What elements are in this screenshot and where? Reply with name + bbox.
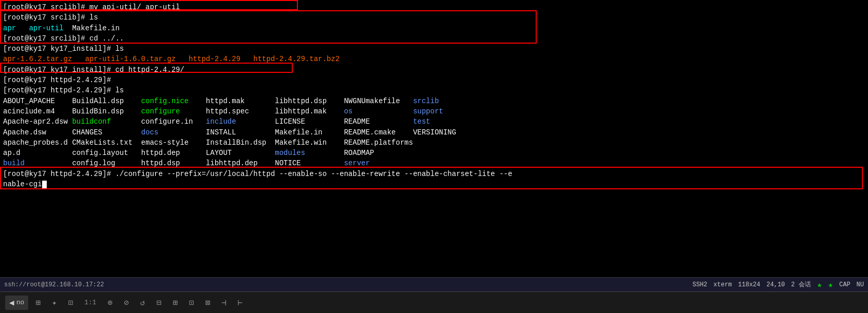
taskbar-item-9[interactable]: ⊞ — [168, 296, 182, 310]
term-label: xterm — [713, 281, 732, 288]
terminal-line: [root@ky17 srclib]# mv api-util/ apr-uti… — [3, 2, 865, 12]
taskbar-item-12[interactable]: ⊣ — [217, 296, 231, 310]
sessions: 2 会话 — [791, 280, 810, 289]
terminal-line: [root@ky17 srclib]# cd ../.. — [3, 33, 865, 44]
cap-label: CAP — [839, 281, 851, 288]
taskbar-item-10[interactable]: ⊡ — [185, 296, 198, 310]
terminal-line: ap.dconfig.layouthttpd.depLAYOUTmodulesR… — [3, 148, 865, 158]
indicator-green-2: ★ — [828, 280, 833, 290]
taskbar-icon-12: ⊣ — [221, 298, 227, 308]
zoom: 24,10 — [766, 281, 785, 288]
status-right: SSH2 xterm 118x24 24,10 2 会话 ★ ★ CAP NU — [692, 280, 864, 290]
taskbar-label-4: 1:1 — [84, 299, 96, 306]
terminal-line: [root@ky17 ky17_install]# ls — [3, 44, 865, 54]
dimensions: 118x24 — [738, 281, 760, 288]
nu-label: NU — [857, 281, 864, 288]
terminal-line: [root@ky17 httpd-2.4.29]# ls — [3, 85, 865, 95]
taskbar-icon-13: ⊢ — [238, 298, 243, 308]
taskbar-icon-8: ⊟ — [157, 298, 162, 308]
taskbar-icon-2: ✦ — [52, 298, 57, 308]
taskbar-item-0[interactable]: ◀no — [5, 296, 28, 310]
terminal-line: [root@ky17 ky17_install]# cd httpd-2.4.2… — [3, 65, 865, 75]
terminal-line: nable-cgi — [3, 179, 865, 189]
taskbar: ◀no⊞✦⊡1:1⊕⊘↺⊟⊞⊡⊠⊣⊢ — [0, 291, 868, 313]
taskbar-icon-0: ◀ — [9, 298, 14, 308]
taskbar-icon-9: ⊞ — [173, 298, 178, 308]
taskbar-icon-1: ⊞ — [35, 298, 41, 308]
taskbar-item-5[interactable]: ⊕ — [104, 296, 117, 310]
terminal-line: buildconfig.loghttpd.dsplibhttpd.depNOTI… — [3, 158, 865, 168]
taskbar-icon-6: ⊘ — [124, 298, 129, 308]
taskbar-item-4[interactable]: 1:1 — [80, 297, 100, 308]
status-bar: ssh://root@192.168.10.17:22 SSH2 xterm 1… — [0, 277, 868, 291]
taskbar-item-1[interactable]: ⊞ — [31, 296, 45, 310]
terminal-line: [root@ky17 httpd-2.4.29]# — [3, 75, 865, 85]
taskbar-item-6[interactable]: ⊘ — [120, 296, 133, 310]
taskbar-icon-3: ⊡ — [68, 298, 73, 308]
ssh-label: SSH2 — [692, 281, 707, 288]
taskbar-item-7[interactable]: ↺ — [136, 296, 149, 310]
taskbar-item-13[interactable]: ⊢ — [234, 296, 247, 310]
terminal-line: [root@ky17 srclib]# ls — [3, 12, 865, 23]
taskbar-label-0: no — [16, 299, 25, 306]
taskbar-icon-11: ⊠ — [205, 298, 210, 308]
terminal-line: apr apr-util Makefile.in — [3, 23, 865, 33]
connection-info: ssh://root@192.168.10.17:22 — [4, 281, 104, 288]
terminal-line: Apache-apr2.dswbuildconfconfigure.inincl… — [3, 116, 865, 127]
terminal-line: apache_probes.dCMakeLists.txtemacs-style… — [3, 138, 865, 148]
terminal-line: Apache.dswCHANGESdocsINSTALLMakefile.inR… — [3, 127, 865, 138]
terminal-line: ABOUT_APACHEBuildAll.dspconfig.nicehttpd… — [3, 96, 865, 106]
terminal-line: acinclude.m4BuildBin.dspconfigurehttpd.s… — [3, 106, 865, 116]
taskbar-icon-7: ↺ — [140, 298, 145, 308]
terminal: [root@ky17 srclib]# mv api-util/ apr-uti… — [0, 0, 868, 277]
terminal-line: [root@ky17 httpd-2.4.29]# ./configure --… — [3, 169, 865, 179]
taskbar-item-2[interactable]: ✦ — [48, 296, 61, 310]
taskbar-item-8[interactable]: ⊟ — [153, 296, 166, 310]
taskbar-item-11[interactable]: ⊠ — [201, 296, 214, 310]
taskbar-item-3[interactable]: ⊡ — [64, 296, 78, 310]
taskbar-icon-10: ⊡ — [189, 298, 194, 308]
taskbar-icon-5: ⊕ — [108, 298, 113, 308]
indicator-green-1: ★ — [817, 280, 822, 290]
terminal-line: apr-1.6.2.tar.gz apr-util-1.6.0.tar.gz h… — [3, 54, 865, 64]
